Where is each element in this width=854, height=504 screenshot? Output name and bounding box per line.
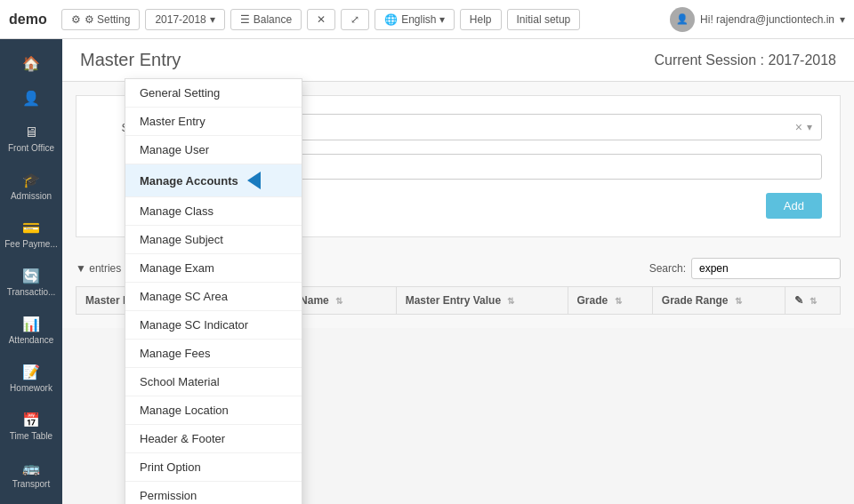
content-area: General Setting Master Entry Manage User… — [62, 39, 854, 504]
help-label: Help — [470, 13, 492, 26]
year-selector[interactable]: 2017-2018 ▾ — [145, 9, 224, 30]
admission-label: Admission — [11, 191, 52, 202]
year-chevron: ▾ — [210, 13, 215, 26]
select-chevron-icon: ▾ — [807, 121, 812, 133]
search-input[interactable] — [691, 258, 841, 279]
dropdown-item-header-footer[interactable]: Header & Footer — [125, 425, 302, 453]
user-info: 👤 Hi! rajendra@junctiontech.in ▾ — [670, 7, 845, 32]
front-office-icon: 🖥 — [24, 124, 38, 140]
dropdown-item-manage-location[interactable]: Manage Location — [125, 396, 302, 425]
dropdown-item-school-material[interactable]: School Material — [125, 368, 302, 396]
dropdown-item-manage-accounts[interactable]: Manage Accounts — [125, 164, 302, 197]
sidebar-item-transaction[interactable]: 🔄 Transactio... — [0, 260, 62, 305]
user-email: Hi! rajendra@junctiontech.in — [700, 13, 834, 26]
sidebar: 🏠 👤 🖥 Front Office 🎓 Admission 💳 Fee Pay… — [0, 39, 62, 504]
dropdown-menu: General Setting Master Entry Manage User… — [125, 78, 302, 504]
sidebar-item-admission[interactable]: 🎓 Admission — [0, 164, 62, 209]
sort-icon: ⇅ — [615, 296, 622, 306]
setting-button[interactable]: ⚙ ⚙ Setting — [61, 9, 141, 30]
expand-button[interactable]: ⤢ — [341, 9, 369, 30]
fee-icon: 💳 — [22, 220, 40, 236]
balance-icon: ☰ — [240, 13, 250, 26]
col-grade[interactable]: Grade ⇅ — [568, 287, 652, 315]
sort-icon: ⇅ — [335, 296, 342, 306]
content-header: Master Entry Current Session : 2017-2018 — [62, 39, 854, 82]
timetable-label: Time Table — [10, 431, 52, 442]
col-master-entry-value[interactable]: Master Entry Value ⇅ — [396, 287, 568, 315]
brand-logo: demo — [9, 12, 47, 28]
transport-icon: 🚌 — [22, 460, 40, 476]
attendance-label: Attendance — [9, 335, 54, 346]
dropdown-item-manage-subject[interactable]: Manage Subject — [125, 226, 302, 254]
balance-label: Balance — [254, 13, 292, 26]
user-icon: 👤 — [22, 90, 40, 107]
initial-setup-button[interactable]: Initial setup — [507, 9, 581, 30]
dropdown-item-manage-user[interactable]: Manage User — [125, 136, 302, 164]
dropdown-item-master-entry[interactable]: Master Entry — [125, 108, 302, 136]
close-icon: ✕ — [317, 13, 326, 26]
homework-label: Homework — [10, 383, 52, 394]
initial-setup-label: Initial setup — [517, 13, 571, 26]
sidebar-item-front-office[interactable]: 🖥 Front Office — [0, 117, 62, 161]
sidebar-item-transport[interactable]: 🚌 Transport — [0, 452, 62, 497]
help-button[interactable]: Help — [460, 9, 502, 30]
dropdown-item-permission[interactable]: Permission — [125, 482, 302, 504]
transport-label: Transport — [12, 479, 50, 490]
manage-accounts-label: Manage Accounts — [140, 174, 238, 188]
arrow-icon — [247, 172, 261, 189]
sidebar-item-attendance[interactable]: 📊 Attendance — [0, 308, 62, 353]
top-navigation: demo ⚙ ⚙ Setting 2017-2018 ▾ ☰ Balance ✕… — [0, 0, 854, 39]
language-selector[interactable]: 🌐 English ▾ — [375, 9, 455, 30]
sidebar-item-home[interactable]: 🏠 — [0, 48, 62, 79]
setting-icon: ⚙ — [71, 13, 81, 26]
balance-button[interactable]: ☰ Balance — [230, 9, 302, 30]
homework-icon: 📝 — [22, 364, 40, 380]
dropdown-item-manage-fees[interactable]: Manage Fees — [125, 340, 302, 368]
avatar: 👤 — [670, 7, 695, 32]
sidebar-item-homework[interactable]: 📝 Homework — [0, 356, 62, 401]
front-office-label: Front Office — [8, 143, 54, 154]
dropdown-item-manage-sc-area[interactable]: Manage SC Area — [125, 283, 302, 311]
sidebar-item-user[interactable]: 👤 — [0, 83, 62, 114]
sidebar-item-fee[interactable]: 💳 Fee Payme... — [0, 212, 62, 257]
add-button[interactable]: Add — [766, 193, 822, 219]
setting-label: ⚙ Setting — [85, 13, 131, 26]
timetable-icon: 📅 — [22, 412, 40, 428]
sort-icon: ⇅ — [810, 296, 817, 306]
sort-icon: ⇅ — [507, 296, 514, 306]
dropdown-item-general-setting[interactable]: General Setting — [125, 79, 302, 108]
select-clear-button[interactable]: × — [795, 120, 802, 134]
user-chevron: ▾ — [840, 13, 845, 26]
transaction-icon: 🔄 — [22, 268, 40, 284]
search-label: Search: — [649, 262, 686, 275]
sidebar-item-timetable[interactable]: 📅 Time Table — [0, 404, 62, 449]
home-icon: 🏠 — [22, 55, 40, 72]
transaction-label: Transactio... — [7, 287, 56, 298]
dropdown-item-manage-exam[interactable]: Manage Exam — [125, 254, 302, 283]
fee-label: Fee Payme... — [4, 239, 57, 250]
year-label: 2017-2018 — [155, 13, 205, 26]
language-label: English ▾ — [401, 13, 445, 26]
globe-icon: 🌐 — [384, 13, 398, 26]
dropdown-item-print-option[interactable]: Print Option — [125, 453, 302, 482]
entries-info: ▼ entries — [76, 262, 121, 275]
sidebar-item-exam[interactable]: 📋 Exam — [0, 500, 62, 504]
col-grade-range[interactable]: Grade Range ⇅ — [652, 287, 785, 315]
close-button[interactable]: ✕ — [307, 9, 335, 30]
col-actions[interactable]: ✎ ⇅ — [785, 287, 840, 315]
session-info: Current Session : 2017-2018 — [654, 52, 836, 68]
main-layout: 🏠 👤 🖥 Front Office 🎓 Admission 💳 Fee Pay… — [0, 39, 854, 504]
search-box: Search: — [649, 258, 841, 279]
dropdown-item-manage-sc-indicator[interactable]: Manage SC Indicator — [125, 311, 302, 340]
expand-icon: ⤢ — [350, 13, 359, 26]
page-title: Master Entry — [80, 50, 181, 70]
admission-icon: 🎓 — [22, 172, 40, 188]
sort-icon: ⇅ — [735, 296, 742, 306]
attendance-icon: 📊 — [22, 316, 40, 332]
dropdown-item-manage-class[interactable]: Manage Class — [125, 197, 302, 226]
